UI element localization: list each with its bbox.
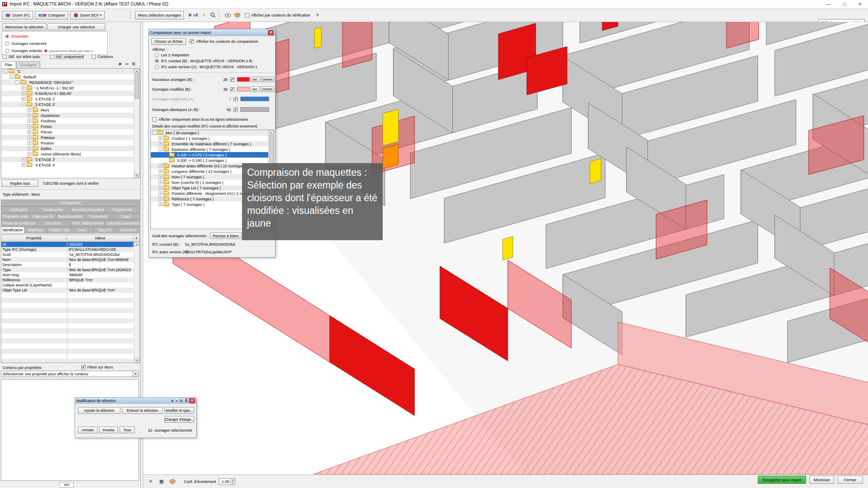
table-row[interactable]: Type'Mur de base:BRIQUE 7cm:1828423': [1, 267, 134, 272]
tab-plan[interactable]: Plan: [1, 61, 16, 68]
tab-objet-type-lie[interactable]: Objet type lié: [29, 213, 56, 220]
change-floor-button[interactable]: Changer d'étage...: [164, 416, 194, 423]
checkbox-sel-arbre[interactable]: Sél. sur arbre auto.: [3, 55, 41, 59]
new-works-color-swatch[interactable]: [237, 77, 250, 82]
maximize-window-button[interactable]: ▢: [837, 0, 852, 8]
filter-on-murs-checkbox[interactable]: Filtrer sur Murs: [81, 365, 113, 369]
tree-collapse-button[interactable]: −: [124, 61, 130, 67]
scroll-up-icon[interactable]: ▲: [134, 242, 139, 247]
show-comparison-colors-checkbox[interactable]: Afficher les couleurs de comparaison: [189, 39, 258, 44]
close-window-button[interactable]: ✕: [852, 0, 868, 8]
choose-file-button[interactable]: Choisir un fichier: [151, 38, 186, 45]
minimize-button[interactable]: Minimiser: [810, 476, 834, 484]
expander-icon[interactable]: -: [153, 131, 156, 135]
modified-works-select-button[interactable]: Sel.: [250, 86, 260, 92]
load-selection-button[interactable]: Charger une sélection: [47, 23, 105, 30]
tab-construction[interactable]: 'Construction': [36, 206, 71, 213]
dock-icon[interactable]: ⇩: [184, 398, 188, 403]
invert-button[interactable]: Inverse: [99, 427, 118, 433]
table-row[interactable]: Guid'1e_bh7CfTAk.Bh0ZnNOD2ka': [1, 252, 134, 257]
tree-item[interactable]: +Autres (éléments libres): [1, 151, 139, 157]
table-row[interactable]: Nom'Mur de base:BRIQUE 7cm:986649': [1, 257, 134, 262]
scroll-down-icon[interactable]: ▼: [134, 358, 139, 363]
expander-icon[interactable]: +: [28, 152, 31, 156]
tree-level-button[interactable]: =: [131, 61, 136, 67]
tab-donnees-identification[interactable]: 'Données d'identification': [71, 206, 106, 213]
tree-item[interactable]: +Poutres: [1, 140, 139, 146]
eye-icon[interactable]: [225, 11, 231, 19]
tree-item[interactable]: -'RESIDENCE "ORADOU"': [1, 80, 139, 85]
radio-ouvrages-conserves[interactable]: Ouvrages conservés: [5, 41, 47, 46]
cancel-button[interactable]: Annuler: [78, 427, 97, 433]
add-tool-icon[interactable]: +: [171, 398, 173, 403]
tab-calques-assignes[interactable]: Calque(s) assigné(s): [105, 220, 140, 227]
tree-scrollbar[interactable]: ▲ ▼: [134, 69, 139, 178]
deleted-works-color-swatch[interactable]: [240, 97, 269, 101]
open-bcf-button[interactable]: Ouvrir BCF ▾: [70, 11, 105, 19]
filter-murs-checkbox[interactable]: [81, 365, 86, 369]
expander-icon[interactable]: +: [28, 108, 31, 112]
table-row[interactable]: Type IFC (Ouvrage)IFCWALLSTANDARDCASE: [1, 247, 134, 252]
expander-icon[interactable]: +: [159, 191, 162, 195]
table-row[interactable]: Objet Type Lié'Mur de base:BRIQUE 7cm': [1, 288, 134, 293]
radio-both-models[interactable]: Les 2 maquettes: [155, 53, 189, 57]
compare-button[interactable]: Comparer: [35, 11, 68, 19]
equal-tool-icon[interactable]: =: [180, 398, 182, 403]
radio-ensemble[interactable]: Ensemble: [5, 34, 28, 39]
expander-icon[interactable]: +: [22, 86, 25, 90]
column-header-propriete[interactable]: Propriété: [1, 235, 67, 241]
add-to-selection-button[interactable]: Ajouter la sélection: [78, 407, 120, 414]
tree-item[interactable]: +Dalles: [1, 146, 139, 151]
tab-type-ifc[interactable]: Type IFC: [94, 227, 117, 233]
tree-item[interactable]: +'3 ETAGE 3': [1, 157, 139, 162]
tree-item[interactable]: +Poteaux: [1, 135, 139, 140]
new-works-details-button[interactable]: Détails: [261, 77, 274, 82]
radio-other-dot[interactable]: [155, 65, 159, 69]
tab-geometrie[interactable]: Géométrie: [117, 227, 140, 233]
new-works-checkbox[interactable]: [230, 78, 234, 82]
tab-identification[interactable]: Identification: [1, 227, 25, 233]
table-row[interactable]: Référence'BRIQUE 7cm': [1, 277, 134, 283]
expander-icon[interactable]: +: [159, 186, 162, 190]
tree-item[interactable]: -'C': [1, 69, 139, 74]
expander-icon[interactable]: +: [28, 147, 31, 150]
help-icon[interactable]: ?: [316, 13, 319, 17]
tab-contraintes[interactable]: 'Contraintes': [84, 213, 112, 220]
scroll-up-icon[interactable]: ▲: [134, 69, 139, 73]
contours-checkbox[interactable]: [92, 55, 96, 59]
expander-icon[interactable]: +: [28, 130, 31, 134]
scroll-up-icon[interactable]: ▲: [269, 130, 274, 135]
expander-icon[interactable]: +: [159, 164, 162, 168]
expander-icon[interactable]: +: [22, 158, 25, 161]
expander-icon[interactable]: +: [28, 141, 31, 145]
expander-icon[interactable]: +: [159, 142, 162, 146]
minimize-window-button[interactable]: —: [821, 0, 837, 8]
tab-verification[interactable]: Vérification: [1, 206, 36, 213]
column-header-valeur[interactable]: Valeur: [67, 235, 133, 241]
expander-icon[interactable]: +: [159, 169, 162, 173]
checkbox-sel-uniquement[interactable]: Sél. uniquement: [50, 55, 83, 59]
tree-item[interactable]: -'2 ETAGE 2': [1, 102, 139, 107]
memorize-selection-button[interactable]: Memoriser la sélection: [3, 23, 46, 30]
expander-icon[interactable]: +: [22, 97, 25, 101]
bcf-dropdown-arrow[interactable]: ▾: [100, 14, 102, 17]
tree-item[interactable]: +Ouvertures: [1, 113, 139, 118]
close-button[interactable]: Fermer: [837, 476, 863, 484]
verification-colors-checkbox[interactable]: [245, 13, 249, 17]
collapse-all-button[interactable]: Replier tout: [2, 180, 38, 187]
scrollbar-thumb[interactable]: [135, 74, 139, 99]
tab-comparaison[interactable]: Comparaison: [1, 200, 140, 206]
property-content-select[interactable]: Sélectionner une propriété pour afficher…: [1, 371, 139, 377]
expander-icon[interactable]: +: [28, 136, 31, 139]
radio-current-dot[interactable]: [155, 59, 159, 63]
expander-icon[interactable]: +: [159, 202, 162, 206]
close-icon[interactable]: ✕: [268, 30, 274, 35]
coef-ecartement-stepper[interactable]: 1,00 ▲▼: [219, 478, 235, 485]
tree-item[interactable]: 0.200 -> 0.180 ( 2 ouvrages ): [151, 158, 274, 163]
modified-works-details-button[interactable]: Détails: [261, 86, 274, 92]
tree-item[interactable]: +'0 NIVEAU 0 / 365.80': [1, 91, 139, 96]
zoom-lens-icon[interactable]: [210, 11, 217, 19]
tab-proprietes-analytiques[interactable]: 'Propriétés analytiques': [1, 213, 29, 220]
expander-icon[interactable]: +: [22, 92, 25, 95]
radio-ensemble-dot[interactable]: [5, 34, 9, 39]
